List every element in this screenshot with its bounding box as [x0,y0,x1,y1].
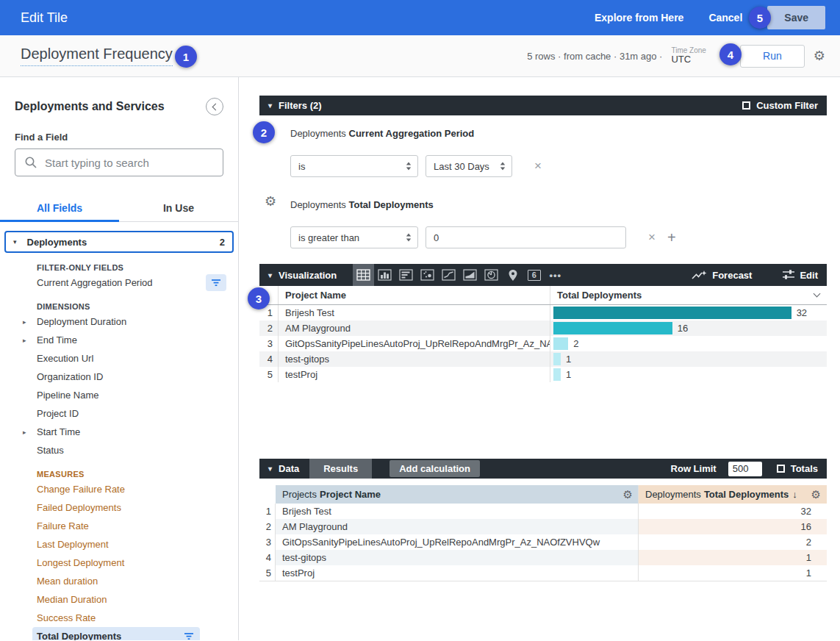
forecast-button[interactable]: Forecast [692,270,752,281]
column-gear-icon[interactable]: ⚙ [811,489,821,500]
viz-type-area-chart-icon[interactable] [459,264,481,286]
field-pipeline-name[interactable]: Pipeline Name [0,386,238,404]
filter-active-icon[interactable] [184,632,194,640]
field-search-box[interactable] [15,148,223,176]
filter-active-icon[interactable] [206,274,226,291]
add-filter-icon[interactable]: + [667,229,676,246]
filters-header-label: Filters (2) [279,100,322,111]
caret-down-icon: ▾ [268,271,272,279]
viz-type-scatter-plot-icon[interactable] [417,264,438,286]
results-tab[interactable]: Results [309,459,372,479]
row-limit-input[interactable] [728,462,762,476]
filters-section-header[interactable]: ▾ Filters (2) Custom Filter [259,96,827,115]
cancel-link[interactable]: Cancel [708,12,742,24]
caret-down-icon: ▾ [268,465,272,473]
remove-filter-icon[interactable]: × [648,230,656,245]
data-row-4: 4 test-gitops 1 [259,550,827,565]
view-group-deployments[interactable]: ▾ Deployments 2 [4,231,234,253]
viz-type-line-chart-icon[interactable] [438,264,459,286]
viz-type-bar-chart-icon[interactable] [395,264,417,286]
run-button[interactable]: Run [740,45,805,68]
edit-visualization-button[interactable]: Edit [783,270,818,281]
filter-settings-gear-icon[interactable]: ⚙ [265,195,276,208]
measure-last-deployment[interactable]: Last Deployment [0,535,238,554]
filter-operator-select[interactable]: is [290,155,418,177]
measure-success-rate[interactable]: Success Rate [0,609,238,627]
deployments-bar [553,322,672,334]
viz-type-single-value-icon[interactable]: 6 [523,264,545,286]
expand-caret-icon[interactable]: ▸ [23,337,26,344]
field-label: End Time [37,334,77,345]
total-deployments-cell: 2 [639,534,827,550]
query-status-text: 5 rows · from cache · 31m ago · [527,51,662,62]
field-label: Execution Url [37,353,93,364]
field-label: Pipeline Name [37,390,99,401]
field-end-time[interactable]: ▸End Time [0,331,238,349]
viz-type-table-icon[interactable] [353,264,374,286]
annotation-badge-4: 4 [719,43,742,65]
filter-value-select[interactable]: Last 30 Days [426,155,512,177]
tile-title-editable[interactable]: Deployment Frequency [21,46,173,66]
filter-value-input[interactable] [426,226,626,248]
save-button[interactable]: Save [767,6,825,29]
measure-median-duration[interactable]: Median Duration [0,590,238,609]
field-current-aggregation-period[interactable]: Current Aggregation Period [0,273,238,292]
viz-type-pie-chart-icon[interactable] [481,264,502,286]
search-icon [24,156,37,169]
field-label: Failed Deployments [37,502,121,513]
viz-type-map-pin-icon[interactable] [502,264,523,286]
field-organization-id[interactable]: Organization ID [0,368,238,386]
measure-total-deployments-selected[interactable]: Total Deployments [32,627,200,640]
visualization-section-header[interactable]: ▾ Visualization [259,264,827,286]
tab-all-fields[interactable]: All Fields [0,197,119,221]
filter-view-name: Deployments [290,128,346,139]
viz-col-total-deployments[interactable]: Total Deployments [550,286,827,304]
field-status[interactable]: Status [0,441,238,459]
explore-from-here-link[interactable]: Explore from Here [595,12,683,24]
caret-down-icon: ▾ [13,238,17,246]
measure-failure-rate[interactable]: Failure Rate [0,517,238,535]
measure-longest-deployment[interactable]: Longest Deployment [0,554,238,572]
data-col-total-deployments[interactable]: Deployments Total Deployments ↓ ⚙ [639,485,827,504]
viz-col-project-name[interactable]: Project Name [279,286,550,304]
field-execution-url[interactable]: Execution Url [0,349,238,368]
data-col-project-name[interactable]: Projects Project Name ⚙ [276,485,639,504]
data-section-header[interactable]: ▾ Data Results Add calculation Row Limit… [259,459,827,479]
expand-caret-icon[interactable]: ▸ [23,429,26,436]
add-calculation-button[interactable]: Add calculation [390,460,480,477]
field-label: Change Failure Rate [37,484,125,495]
totals-checkbox[interactable] [777,465,785,473]
edit-settings-icon [783,270,794,280]
explore-name-heading: Deployments and Services [15,100,165,113]
project-name-cell: testProj [276,565,639,581]
measure-change-failure-rate[interactable]: Change Failure Rate [0,480,238,498]
tab-in-use[interactable]: In Use [119,197,238,221]
expand-caret-icon[interactable]: ▸ [23,318,26,326]
row-number: 4 [259,351,279,367]
bar-value-label: 32 [797,307,807,318]
viz-row-4: 4 test-gitops 1 [259,351,827,367]
column-menu-chevron-icon[interactable] [814,290,821,298]
measure-failed-deployments[interactable]: Failed Deployments [0,498,238,517]
total-deployments-cell: 1 [639,565,827,581]
collapse-sidebar-button[interactable] [206,98,223,115]
viz-type-more-icon[interactable]: ••• [545,264,566,286]
field-label: Deployment Duration [37,316,126,327]
field-search-input[interactable] [45,157,214,169]
filter-operator-select[interactable]: is greater than [290,226,418,248]
query-settings-gear-icon[interactable]: ⚙ [814,49,825,62]
visualization-table: Project Name Total Deployments 1 Brijesh… [259,286,827,382]
totals-label: Totals [791,463,818,474]
bar-value-label: 1 [566,369,571,380]
chevron-left-icon [212,103,219,110]
data-row-2: 2 AM Playground 16 [259,519,827,534]
field-picker-sidebar: Deployments and Services Find a Field Al… [0,77,239,640]
column-gear-icon[interactable]: ⚙ [623,489,633,500]
field-start-time[interactable]: ▸Start Time [0,423,238,441]
field-deployment-duration[interactable]: ▸Deployment Duration [0,312,238,331]
remove-filter-icon[interactable]: × [534,159,542,173]
viz-type-column-chart-icon[interactable] [374,264,395,286]
field-project-id[interactable]: Project ID [0,404,238,423]
custom-filter-checkbox[interactable] [742,101,750,110]
measure-mean-duration[interactable]: Mean duration [0,572,238,590]
